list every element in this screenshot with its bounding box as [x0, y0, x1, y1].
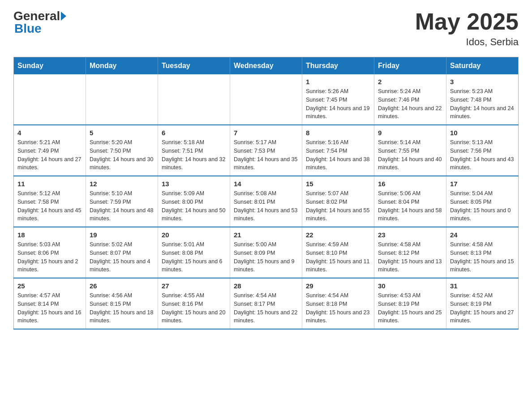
day-info: Sunrise: 5:07 AMSunset: 8:02 PMDaylight:…	[306, 189, 370, 223]
calendar-cell: 4Sunrise: 5:21 AMSunset: 7:49 PMDaylight…	[14, 125, 86, 176]
day-number: 1	[306, 78, 370, 86]
calendar-cell: 26Sunrise: 4:56 AMSunset: 8:15 PMDayligh…	[86, 278, 158, 329]
day-info: Sunrise: 4:53 AMSunset: 8:19 PMDaylight:…	[378, 291, 442, 325]
day-number: 22	[306, 231, 370, 239]
weekday-header-row: SundayMondayTuesdayWednesdayThursdayFrid…	[14, 57, 519, 75]
calendar-week-2: 4Sunrise: 5:21 AMSunset: 7:49 PMDaylight…	[14, 125, 519, 176]
title-block: May 2025 Idos, Serbia	[415, 9, 519, 48]
calendar-cell	[158, 74, 230, 125]
location-subtitle: Idos, Serbia	[415, 36, 519, 48]
day-info: Sunrise: 4:58 AMSunset: 8:13 PMDaylight:…	[450, 240, 515, 274]
calendar-cell: 8Sunrise: 5:16 AMSunset: 7:54 PMDaylight…	[302, 125, 374, 176]
calendar-cell: 10Sunrise: 5:13 AMSunset: 7:56 PMDayligh…	[446, 125, 519, 176]
day-number: 27	[162, 282, 226, 290]
day-info: Sunrise: 5:20 AMSunset: 7:50 PMDaylight:…	[90, 138, 154, 172]
day-number: 2	[378, 78, 442, 86]
weekday-header-saturday: Saturday	[446, 57, 519, 75]
day-number: 23	[378, 231, 442, 239]
day-number: 6	[162, 129, 226, 137]
calendar-cell: 21Sunrise: 5:00 AMSunset: 8:09 PMDayligh…	[230, 227, 302, 278]
day-number: 15	[306, 180, 370, 188]
calendar-cell: 7Sunrise: 5:17 AMSunset: 7:53 PMDaylight…	[230, 125, 302, 176]
day-info: Sunrise: 4:56 AMSunset: 8:15 PMDaylight:…	[90, 291, 154, 325]
weekday-header-friday: Friday	[374, 57, 446, 75]
calendar-cell: 9Sunrise: 5:14 AMSunset: 7:55 PMDaylight…	[374, 125, 446, 176]
calendar-week-1: 1Sunrise: 5:26 AMSunset: 7:45 PMDaylight…	[14, 74, 519, 125]
calendar-cell: 28Sunrise: 4:54 AMSunset: 8:17 PMDayligh…	[230, 278, 302, 329]
calendar-cell: 17Sunrise: 5:04 AMSunset: 8:05 PMDayligh…	[446, 176, 519, 227]
day-number: 9	[378, 129, 442, 137]
page-header: General Blue May 2025 Idos, Serbia	[13, 9, 519, 48]
day-number: 21	[234, 231, 298, 239]
calendar-week-5: 25Sunrise: 4:57 AMSunset: 8:14 PMDayligh…	[14, 278, 519, 329]
day-number: 29	[306, 282, 370, 290]
day-number: 11	[17, 180, 82, 188]
calendar-cell	[230, 74, 302, 125]
day-number: 3	[450, 78, 515, 86]
calendar-cell: 5Sunrise: 5:20 AMSunset: 7:50 PMDaylight…	[86, 125, 158, 176]
calendar-cell: 31Sunrise: 4:52 AMSunset: 8:19 PMDayligh…	[446, 278, 519, 329]
day-info: Sunrise: 5:21 AMSunset: 7:49 PMDaylight:…	[17, 138, 82, 172]
day-number: 16	[378, 180, 442, 188]
day-info: Sunrise: 5:16 AMSunset: 7:54 PMDaylight:…	[306, 138, 370, 172]
day-number: 7	[234, 129, 298, 137]
calendar-cell: 20Sunrise: 5:01 AMSunset: 8:08 PMDayligh…	[158, 227, 230, 278]
day-number: 4	[17, 129, 82, 137]
calendar-cell: 23Sunrise: 4:58 AMSunset: 8:12 PMDayligh…	[374, 227, 446, 278]
day-number: 25	[17, 282, 82, 290]
day-number: 26	[90, 282, 154, 290]
day-number: 12	[90, 180, 154, 188]
weekday-header-sunday: Sunday	[14, 57, 86, 75]
day-info: Sunrise: 5:13 AMSunset: 7:56 PMDaylight:…	[450, 138, 515, 172]
calendar-cell: 18Sunrise: 5:03 AMSunset: 8:06 PMDayligh…	[14, 227, 86, 278]
calendar-cell: 25Sunrise: 4:57 AMSunset: 8:14 PMDayligh…	[14, 278, 86, 329]
calendar-cell: 16Sunrise: 5:06 AMSunset: 8:04 PMDayligh…	[374, 176, 446, 227]
day-number: 19	[90, 231, 154, 239]
calendar-cell: 13Sunrise: 5:09 AMSunset: 8:00 PMDayligh…	[158, 176, 230, 227]
day-info: Sunrise: 5:26 AMSunset: 7:45 PMDaylight:…	[306, 87, 370, 121]
calendar-cell: 15Sunrise: 5:07 AMSunset: 8:02 PMDayligh…	[302, 176, 374, 227]
day-number: 28	[234, 282, 298, 290]
calendar-cell: 22Sunrise: 4:59 AMSunset: 8:10 PMDayligh…	[302, 227, 374, 278]
day-number: 10	[450, 129, 515, 137]
day-number: 8	[306, 129, 370, 137]
calendar-cell: 6Sunrise: 5:18 AMSunset: 7:51 PMDaylight…	[158, 125, 230, 176]
day-info: Sunrise: 5:24 AMSunset: 7:46 PMDaylight:…	[378, 87, 442, 121]
day-info: Sunrise: 5:00 AMSunset: 8:09 PMDaylight:…	[234, 240, 298, 274]
calendar-cell: 24Sunrise: 4:58 AMSunset: 8:13 PMDayligh…	[446, 227, 519, 278]
calendar-cell: 12Sunrise: 5:10 AMSunset: 7:59 PMDayligh…	[86, 176, 158, 227]
day-info: Sunrise: 5:14 AMSunset: 7:55 PMDaylight:…	[378, 138, 442, 172]
month-year-title: May 2025	[415, 9, 519, 34]
calendar-cell: 3Sunrise: 5:23 AMSunset: 7:48 PMDaylight…	[446, 74, 519, 125]
day-info: Sunrise: 5:01 AMSunset: 8:08 PMDaylight:…	[162, 240, 226, 274]
day-info: Sunrise: 5:08 AMSunset: 8:01 PMDaylight:…	[234, 189, 298, 223]
weekday-header-thursday: Thursday	[302, 57, 374, 75]
calendar-cell: 30Sunrise: 4:53 AMSunset: 8:19 PMDayligh…	[374, 278, 446, 329]
day-info: Sunrise: 5:03 AMSunset: 8:06 PMDaylight:…	[17, 240, 82, 274]
day-info: Sunrise: 4:54 AMSunset: 8:17 PMDaylight:…	[234, 291, 298, 325]
calendar-cell: 2Sunrise: 5:24 AMSunset: 7:46 PMDaylight…	[374, 74, 446, 125]
day-info: Sunrise: 4:52 AMSunset: 8:19 PMDaylight:…	[450, 291, 515, 325]
day-info: Sunrise: 5:10 AMSunset: 7:59 PMDaylight:…	[90, 189, 154, 223]
day-number: 14	[234, 180, 298, 188]
day-info: Sunrise: 4:54 AMSunset: 8:18 PMDaylight:…	[306, 291, 370, 325]
calendar-cell: 19Sunrise: 5:02 AMSunset: 8:07 PMDayligh…	[86, 227, 158, 278]
logo-arrow-icon	[61, 12, 66, 21]
weekday-header-tuesday: Tuesday	[158, 57, 230, 75]
day-info: Sunrise: 5:04 AMSunset: 8:05 PMDaylight:…	[450, 189, 515, 223]
calendar-cell: 1Sunrise: 5:26 AMSunset: 7:45 PMDaylight…	[302, 74, 374, 125]
day-info: Sunrise: 5:06 AMSunset: 8:04 PMDaylight:…	[378, 189, 442, 223]
day-info: Sunrise: 5:23 AMSunset: 7:48 PMDaylight:…	[450, 87, 515, 121]
day-number: 18	[17, 231, 82, 239]
day-info: Sunrise: 5:18 AMSunset: 7:51 PMDaylight:…	[162, 138, 226, 172]
calendar-cell: 27Sunrise: 4:55 AMSunset: 8:16 PMDayligh…	[158, 278, 230, 329]
calendar-week-4: 18Sunrise: 5:03 AMSunset: 8:06 PMDayligh…	[14, 227, 519, 278]
weekday-header-wednesday: Wednesday	[230, 57, 302, 75]
calendar-cell	[14, 74, 86, 125]
day-info: Sunrise: 5:02 AMSunset: 8:07 PMDaylight:…	[90, 240, 154, 274]
calendar-table: SundayMondayTuesdayWednesdayThursdayFrid…	[13, 57, 519, 330]
calendar-cell: 11Sunrise: 5:12 AMSunset: 7:58 PMDayligh…	[14, 176, 86, 227]
day-number: 31	[450, 282, 515, 290]
logo-blue-text: Blue	[14, 21, 42, 35]
weekday-header-monday: Monday	[86, 57, 158, 75]
